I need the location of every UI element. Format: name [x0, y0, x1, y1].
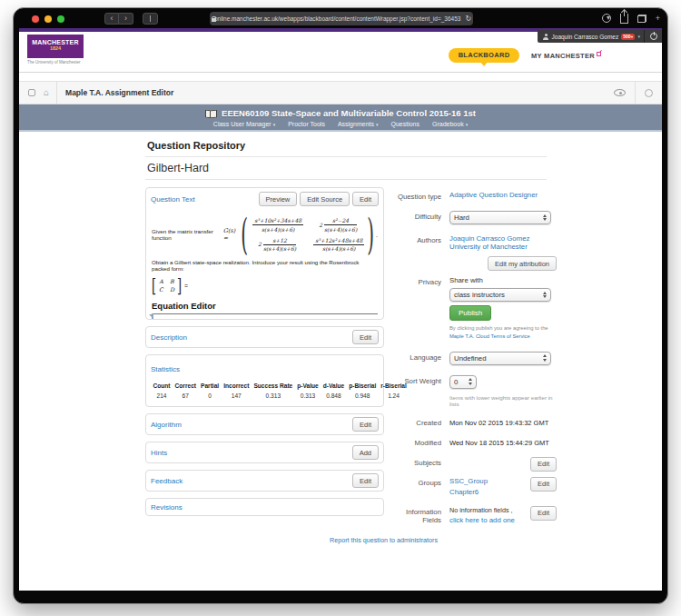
- reload-icon[interactable]: ↻: [465, 15, 471, 23]
- menu-assignments[interactable]: Assignments ▾: [338, 121, 379, 127]
- home-icon[interactable]: ⌂: [44, 88, 49, 97]
- statistics-value-row: 214 67 0 147 0.313 0.313 0.848 0.948 1.2: [151, 390, 409, 402]
- description-link[interactable]: Description: [151, 333, 187, 342]
- address-bar[interactable]: online.manchester.ac.uk/webapps/blackboa…: [210, 12, 473, 25]
- report-question-link[interactable]: Report this question to administrators: [330, 536, 438, 544]
- edit-mode-icon[interactable]: [645, 89, 653, 97]
- nav-buttons: ‹ ›: [104, 13, 133, 25]
- back-button[interactable]: ‹: [104, 13, 119, 25]
- content-panel-icon[interactable]: [28, 89, 35, 96]
- period: .: [376, 232, 378, 238]
- subjects-label: Subjects: [390, 457, 449, 467]
- publish-button[interactable]: Publish: [449, 305, 491, 321]
- sidebar-toggle-button[interactable]: [143, 13, 158, 25]
- language-row: Language Undefined: [390, 352, 557, 365]
- edit-information-fields-button[interactable]: Edit: [530, 506, 557, 521]
- menu-proctor-tools[interactable]: Proctor Tools: [288, 121, 325, 127]
- select-stepper-icon: [465, 376, 472, 386]
- revisions-link[interactable]: Revisions: [151, 503, 183, 512]
- share-with-select[interactable]: class instructors: [449, 288, 551, 302]
- add-hint-button[interactable]: Add: [352, 445, 379, 460]
- forward-button[interactable]: ›: [119, 13, 133, 25]
- author-org-link[interactable]: University of Manchester: [449, 243, 528, 251]
- question-text-header: Question Text Preview Edit Source Edit: [146, 188, 383, 210]
- link-my-manchester[interactable]: MY MANCHESTER: [531, 52, 601, 60]
- val-p-value: 0.313: [295, 390, 321, 402]
- sort-weight-note: Items with lower weights appear earlier …: [449, 394, 557, 407]
- col-incorrect: Incorrect: [222, 382, 252, 390]
- share-icon[interactable]: [620, 14, 628, 24]
- edit-algorithm-button[interactable]: Edit: [352, 417, 379, 432]
- equation-editor-title: Equation Editor: [152, 297, 378, 314]
- statistics-link[interactable]: Statistics: [151, 365, 180, 373]
- menu-questions[interactable]: Questions: [390, 121, 419, 127]
- edit-description-button[interactable]: Edit: [352, 330, 379, 344]
- edit-source-button[interactable]: Edit Source: [300, 192, 350, 206]
- downloads-icon[interactable]: [602, 14, 611, 23]
- language-select[interactable]: Undefined: [449, 352, 551, 365]
- edit-question-button[interactable]: Edit: [352, 192, 379, 206]
- edit-subjects-button[interactable]: Edit: [530, 457, 557, 472]
- sort-weight-select[interactable]: 0: [449, 375, 477, 389]
- terms-text: By clicking publish you are agreeing to …: [449, 325, 548, 331]
- tab-blackboard[interactable]: BLACKBOARD: [449, 48, 519, 63]
- val-success-rate: 0.313: [252, 390, 295, 402]
- menu-label: Proctor Tools: [288, 121, 325, 127]
- sort-weight-label: Sort Weight: [390, 375, 449, 407]
- zoom-window-button[interactable]: [57, 15, 64, 23]
- left-bracket: [: [152, 276, 156, 294]
- logout-icon[interactable]: [650, 33, 657, 40]
- edit-attribution-button[interactable]: Edit my attribution: [488, 256, 557, 271]
- select-stepper-icon: [539, 213, 547, 223]
- manchester-logo: MANCHESTER 1824: [27, 35, 84, 58]
- student-preview-icon[interactable]: [614, 89, 626, 96]
- logo-subtitle: The University of Manchester: [27, 60, 84, 65]
- question-instruction: Obtain a Gilbert state-space realization…: [152, 259, 378, 272]
- close-window-button[interactable]: [32, 15, 39, 23]
- denominator: s(s+4)(s+6): [324, 225, 357, 233]
- created-value: Mon Nov 02 2015 19:43:32 GMT: [449, 417, 557, 427]
- numerator: s²−24: [324, 217, 357, 225]
- question-text-link[interactable]: Question Text: [151, 195, 195, 204]
- tab-overview-icon[interactable]: [637, 15, 646, 23]
- denominator: s(s+4)(s+6): [313, 245, 364, 253]
- hints-section: Hints Add: [145, 442, 384, 463]
- publish-terms-note: By clicking publish you are agreeing to …: [449, 324, 557, 342]
- feedback-link[interactable]: Feedback: [151, 477, 183, 485]
- new-tab-icon[interactable]: +: [656, 12, 660, 25]
- question-type-link[interactable]: Adaptive Question Designer: [449, 191, 538, 199]
- question-text-panel: Question Text Preview Edit Source Edit: [145, 187, 384, 320]
- menu-gradebook[interactable]: Gradebook ▾: [432, 121, 468, 127]
- header-divider: [19, 72, 662, 73]
- select-stepper-icon: [539, 353, 547, 363]
- val-correct: 67: [173, 390, 198, 402]
- edit-groups-button[interactable]: Edit: [530, 477, 557, 492]
- matrix-grid: s³+10s²+34s+48s(s+4)(s+6) 2 s²−24s(s+4)(…: [250, 217, 365, 252]
- col-partial: Partial: [199, 382, 222, 390]
- menu-label: Questions: [390, 121, 419, 127]
- algorithm-link[interactable]: Algorithm: [151, 421, 182, 429]
- user-menu[interactable]: Joaquin Carrasco Gomez 500+ ▾: [538, 30, 662, 43]
- url-text: online.manchester.ac.uk/webapps/blackboa…: [214, 15, 460, 22]
- packed-matrix: A B C D: [159, 278, 174, 293]
- numerator: s+12: [263, 237, 296, 245]
- description-section: Description Edit: [145, 326, 384, 348]
- language-label: Language: [390, 352, 449, 365]
- preview-button[interactable]: Preview: [259, 192, 298, 206]
- author-name-link[interactable]: Joaquin Carrasco Gomez: [449, 234, 529, 243]
- add-info-field-link[interactable]: click here to add one: [449, 515, 515, 526]
- terms-of-service-link[interactable]: Maple T.A. Cloud Terms of Service: [449, 333, 530, 341]
- equation-editor-icon[interactable]: [152, 313, 153, 319]
- created-row: Created Mon Nov 02 2015 19:43:32 GMT: [390, 417, 557, 427]
- privacy-label: Privacy: [390, 276, 449, 342]
- university-logo[interactable]: MANCHESTER 1824 The University of Manche…: [27, 35, 84, 65]
- val-count: 214: [151, 390, 173, 402]
- edit-feedback-button[interactable]: Edit: [352, 473, 379, 488]
- minimize-window-button[interactable]: [44, 15, 52, 23]
- repository-title: Question Repository: [145, 134, 547, 157]
- difficulty-label: Difficulty: [390, 211, 449, 224]
- hints-link[interactable]: Hints: [151, 449, 167, 457]
- matrix-cell: s³+12s²+48s+48s(s+4)(s+6): [311, 237, 364, 253]
- difficulty-select[interactable]: Hard: [449, 211, 551, 224]
- menu-class-user-manager[interactable]: Class User Manager ▾: [213, 121, 275, 127]
